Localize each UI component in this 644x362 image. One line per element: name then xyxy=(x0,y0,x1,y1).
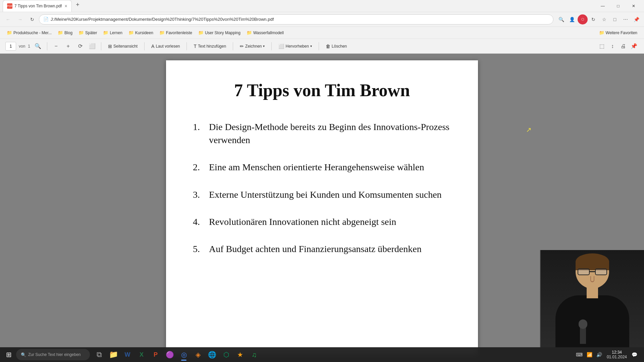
bookmark-wasserfallmodell[interactable]: 📁 Wasserfallmodell xyxy=(244,29,286,36)
fit-page-button[interactable]: ⬜ xyxy=(88,42,97,51)
zeichnen-button[interactable]: ✏ Zeichnen ▾ xyxy=(237,42,267,50)
zoom-in-button[interactable]: + xyxy=(63,42,73,51)
taskbar-app-ppt[interactable]: P xyxy=(149,348,162,361)
bookmark-spater[interactable]: 📁 Später xyxy=(76,29,100,36)
pdf-search-button[interactable]: 🔍 xyxy=(33,41,43,51)
maximize-button[interactable]: □ xyxy=(610,0,626,12)
folder-icon: 📁 xyxy=(103,30,108,35)
tab-title: 7 Tipps von Tim Brown.pdf xyxy=(14,4,62,8)
taskbar-search-box[interactable]: 🔍 Zur Suche Text hier eingeben xyxy=(16,349,90,360)
notification-icon[interactable]: 💬 xyxy=(630,351,639,359)
refresh-button[interactable]: ↻ xyxy=(27,14,38,25)
network-icon[interactable]: 📶 xyxy=(585,351,594,359)
pin-icon[interactable]: 📌 xyxy=(631,14,641,24)
zoom-out-button[interactable]: − xyxy=(51,42,61,51)
pdf-title: 7 Tipps von Tim Brown xyxy=(193,80,451,100)
taskbar-app-explorer[interactable]: 📁 xyxy=(107,348,120,361)
text-add-icon: T xyxy=(194,44,197,49)
favorites-icon[interactable]: ☆ xyxy=(599,14,609,24)
taskbar-app-app8[interactable]: 🌐 xyxy=(205,348,219,361)
bookmark-lernen[interactable]: 📁 Lernen xyxy=(100,29,125,36)
laut-vorlesen-button[interactable]: A Laut vorlesen xyxy=(149,42,182,50)
taskbar: ⊞ 🔍 Zur Suche Text hier eingeben ⧉ 📁 W X… xyxy=(0,347,644,362)
taskbar-app-chrome[interactable]: ◎ xyxy=(177,348,191,361)
hervorheben-button[interactable]: ⬜ Hervorheben ▾ xyxy=(276,42,314,50)
keyboard-icon[interactable]: ⌨ xyxy=(575,351,584,359)
taskbar-app-word[interactable]: W xyxy=(121,348,134,361)
list-text: Revolutionären Innovationen nicht abgene… xyxy=(209,215,396,228)
bookmark-label: Später xyxy=(85,31,97,35)
toolbar-divider-4 xyxy=(186,42,187,50)
list-item: 1. Die Design-Methode bereits zu Beginn … xyxy=(193,120,451,146)
taskbar-app-custom1[interactable]: 🟣 xyxy=(163,348,176,361)
bookmark-produktsuche[interactable]: 📁 Produktsuche - Mer... xyxy=(4,29,54,36)
tab-close-button[interactable]: × xyxy=(64,3,67,9)
bookmark-label: Lernen xyxy=(110,31,122,35)
read-aloud-icon: A xyxy=(151,44,154,49)
chrome-icon: ◎ xyxy=(181,351,187,359)
bookmark-label: Favoritenleiste xyxy=(166,31,192,35)
toolbar-divider-5 xyxy=(233,42,233,50)
window-controls: — □ ✕ xyxy=(595,0,641,12)
address-field[interactable]: 📄 J:/Meine%20Kurse/Projektmanagement/Dok… xyxy=(39,14,553,24)
page-view-icon: ⊞ xyxy=(108,44,112,49)
taskbar-right: ⌨ 📶 🔊 12:34 01.01.2024 💬 xyxy=(575,349,641,360)
title-bar: PDF 7 Tipps von Tim Brown.pdf × + — □ ✕ xyxy=(0,0,644,12)
toolbar-divider-3 xyxy=(144,42,145,50)
toolbar-icon-4[interactable]: 📌 xyxy=(629,42,639,51)
toolbar-icon-2[interactable]: ↕ xyxy=(608,42,617,51)
forward-button[interactable]: → xyxy=(15,14,25,25)
search-icon[interactable]: 🔍 xyxy=(556,14,566,24)
list-text: Die Design-Methode bereits zu Beginn des… xyxy=(209,120,451,146)
back-button[interactable]: ← xyxy=(3,14,13,25)
start-button[interactable]: ⊞ xyxy=(3,349,15,361)
spotify-icon: ♫ xyxy=(252,351,257,359)
taskbar-app-spotify[interactable]: ♫ xyxy=(248,348,261,361)
page-number-input[interactable] xyxy=(5,42,16,51)
list-text: Eine am Menschen orientierte Herangehens… xyxy=(209,161,424,174)
app9-icon: ⬡ xyxy=(223,351,229,359)
active-tab[interactable]: PDF 7 Tipps von Tim Brown.pdf × xyxy=(3,0,72,12)
bookmark-blog[interactable]: 📁 Blog xyxy=(55,29,75,36)
word-icon: W xyxy=(125,351,130,358)
volume-icon[interactable]: 🔊 xyxy=(595,351,603,359)
list-number: 4. xyxy=(193,215,209,228)
taskbar-app-app10[interactable]: ★ xyxy=(233,348,247,361)
app7-icon: ◈ xyxy=(196,351,201,359)
bookmark-user-story-mapping[interactable]: 📁 User Story Mapping xyxy=(196,29,243,36)
extensions-icon[interactable]: ⬡ xyxy=(578,14,588,24)
zeichnen-chevron: ▾ xyxy=(263,44,265,48)
more-bookmarks-button[interactable]: 📁 Weitere Favoriten xyxy=(596,29,640,36)
taskbar-app-excel[interactable]: X xyxy=(135,348,148,361)
close-button[interactable]: ✕ xyxy=(626,0,641,12)
toolbar-divider-6 xyxy=(271,42,272,50)
new-tab-button[interactable]: + xyxy=(73,0,83,9)
bookmark-kursideen[interactable]: 📁 Kursideen xyxy=(126,29,156,36)
tab-bar: PDF 7 Tipps von Tim Brown.pdf × + xyxy=(3,0,83,12)
collections-icon[interactable]: □ xyxy=(610,14,620,24)
loschen-button[interactable]: 🗑 Löschen xyxy=(323,42,350,50)
bookmark-label: User Story Mapping xyxy=(205,31,240,35)
clock[interactable]: 12:34 01.01.2024 xyxy=(605,349,629,360)
minimize-button[interactable]: — xyxy=(595,0,610,12)
settings-icon[interactable]: ⋯ xyxy=(621,14,631,24)
taskbar-app-taskview[interactable]: ⧉ xyxy=(93,348,106,361)
pdf-page: 7 Tipps von Tim Brown 1. Die Design-Meth… xyxy=(166,60,478,355)
taskbar-app-app7[interactable]: ◈ xyxy=(191,348,205,361)
taskbar-app-app9[interactable]: ⬡ xyxy=(219,348,233,361)
draw-icon: ✏ xyxy=(240,44,244,49)
toolbar-icon-1[interactable]: ⬚ xyxy=(597,42,606,51)
toolbar-icon-3[interactable]: 🖨 xyxy=(619,42,628,51)
bookmark-label: Produktsuche - Mer... xyxy=(13,31,52,35)
bookmark-favoritenleiste[interactable]: 📁 Favoritenleiste xyxy=(157,29,195,36)
list-item: 4. Revolutionären Innovationen nicht abg… xyxy=(193,215,451,228)
seitenansicht-button[interactable]: ⊞ Seitenansicht xyxy=(105,42,140,50)
windows-icon: ⊞ xyxy=(6,351,12,359)
refresh-icon2[interactable]: ↻ xyxy=(588,14,598,24)
address-text: J:/Meine%20Kurse/Projektmanagement/Dokum… xyxy=(51,17,274,22)
profile-icon[interactable]: 👤 xyxy=(567,14,577,24)
toolbar-divider-2 xyxy=(101,42,101,50)
zoom-reset-button[interactable]: ⟳ xyxy=(75,42,85,51)
delete-icon: 🗑 xyxy=(326,44,330,49)
text-hinzufugen-button[interactable]: T Text hinzufügen xyxy=(191,42,229,50)
